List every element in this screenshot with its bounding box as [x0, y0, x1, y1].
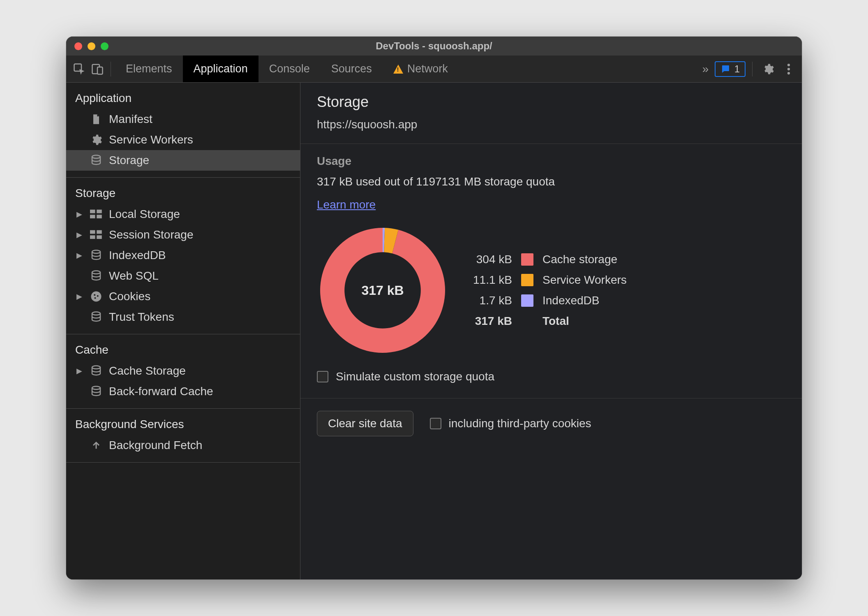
donut-center-label: 317 kB: [317, 225, 448, 356]
expand-arrow-icon: ▶: [75, 366, 83, 375]
sidebar-item-cookies[interactable]: ▶Cookies: [66, 286, 300, 307]
db-icon: [89, 269, 103, 283]
sidebar-item-label: Cookies: [109, 290, 150, 303]
db-icon: [89, 384, 103, 398]
sidebar-item-label: Service Workers: [109, 133, 193, 146]
sidebar-item-cache-storage[interactable]: ▶Cache Storage: [66, 361, 300, 381]
tab-label: Console: [269, 63, 310, 75]
svg-point-20: [95, 297, 96, 299]
settings-icon[interactable]: [759, 60, 777, 78]
svg-point-19: [97, 295, 99, 297]
usage-section: Usage 317 kB used out of 1197131 MB stor…: [300, 144, 802, 398]
sidebar-heading: Cache: [66, 340, 300, 361]
issues-count: 1: [734, 63, 740, 75]
db-icon: [89, 153, 103, 167]
sidebar-item-indexeddb[interactable]: ▶IndexedDB: [66, 245, 300, 266]
legend-label: Service Workers: [542, 273, 627, 287]
legend-label: IndexedDB: [542, 294, 627, 307]
svg-rect-13: [90, 235, 95, 239]
legend-swatch: [521, 274, 533, 286]
third-party-label: including third-party cookies: [449, 417, 591, 430]
inspect-element-icon[interactable]: [70, 60, 88, 78]
sidebar-heading: Background Services: [66, 415, 300, 435]
tab-sources[interactable]: Sources: [321, 56, 383, 82]
svg-rect-12: [97, 230, 102, 234]
sidebar-item-session-storage[interactable]: ▶Session Storage: [66, 225, 300, 245]
db-icon: [89, 364, 103, 378]
sidebar-item-storage[interactable]: Storage: [66, 150, 300, 171]
grid-icon: [89, 207, 103, 221]
usage-summary: 317 kB used out of 1197131 MB storage qu…: [317, 175, 785, 188]
tab-application[interactable]: Application: [183, 56, 259, 82]
kebab-menu-icon[interactable]: [780, 60, 798, 78]
db-icon: [89, 310, 103, 324]
legend: 304 kBCache storage11.1 kBService Worker…: [473, 253, 627, 328]
sidebar-item-local-storage[interactable]: ▶Local Storage: [66, 204, 300, 225]
chat-icon: [720, 64, 730, 74]
tab-network[interactable]: Network: [383, 56, 459, 82]
cookie-icon: [89, 289, 103, 303]
sidebar-item-service-workers[interactable]: Service Workers: [66, 130, 300, 150]
file-icon: [89, 112, 103, 126]
sidebar-item-label: Trust Tokens: [109, 310, 174, 324]
svg-point-3: [787, 63, 790, 66]
svg-rect-11: [90, 230, 95, 234]
window-zoom-button[interactable]: [101, 42, 108, 50]
simulate-row: Simulate custom storage quota: [317, 370, 785, 383]
sidebar-item-label: Background Fetch: [109, 439, 202, 452]
sidebar-item-label: Cache Storage: [109, 364, 186, 377]
sidebar-item-trust-tokens[interactable]: Trust Tokens: [66, 307, 300, 327]
sidebar-heading: Storage: [66, 183, 300, 204]
sidebar-item-background-fetch[interactable]: Background Fetch: [66, 435, 300, 456]
more-tabs-icon[interactable]: »: [697, 60, 715, 78]
simulate-quota-checkbox[interactable]: [317, 371, 328, 382]
svg-point-5: [787, 72, 790, 74]
svg-rect-14: [97, 235, 102, 239]
main-panel: Storage https://squoosh.app Usage 317 kB…: [300, 83, 802, 579]
sidebar-item-label: Manifest: [109, 113, 152, 126]
legend-swatch: [521, 294, 533, 307]
svg-rect-2: [97, 67, 103, 74]
svg-rect-8: [97, 210, 102, 213]
sidebar-item-manifest[interactable]: Manifest: [66, 109, 300, 130]
tab-elements[interactable]: Elements: [115, 56, 183, 82]
body: ApplicationManifestService WorkersStorag…: [66, 83, 802, 579]
device-toggle-icon[interactable]: [88, 60, 106, 78]
sidebar-section: Background ServicesBackground Fetch: [66, 409, 300, 463]
clear-site-data-button[interactable]: Clear site data: [317, 411, 413, 436]
toolbar: ElementsApplicationConsoleSourcesNetwork…: [66, 56, 802, 83]
learn-more-link[interactable]: Learn more: [317, 198, 376, 211]
window-minimize-button[interactable]: [88, 42, 95, 50]
svg-rect-9: [90, 215, 95, 218]
window-title: DevTools - squoosh.app/: [66, 40, 802, 52]
titlebar: DevTools - squoosh.app/: [66, 37, 802, 56]
sidebar-item-label: Storage: [109, 154, 149, 167]
tab-label: Sources: [331, 63, 372, 75]
db-icon: [89, 248, 103, 262]
svg-point-6: [92, 155, 100, 159]
legend-value: 317 kB: [473, 315, 512, 328]
window-close-button[interactable]: [74, 42, 82, 50]
third-party-checkbox[interactable]: [430, 418, 441, 429]
simulate-quota-label: Simulate custom storage quota: [336, 370, 494, 383]
svg-point-21: [92, 312, 100, 315]
sidebar-item-web-sql[interactable]: Web SQL: [66, 266, 300, 286]
issues-badge[interactable]: 1: [715, 61, 746, 77]
legend-label: Cache storage: [542, 253, 627, 266]
svg-point-15: [92, 250, 100, 254]
legend-value: 1.7 kB: [473, 294, 512, 307]
sidebar-item-back-forward-cache[interactable]: Back-forward Cache: [66, 381, 300, 402]
tab-console[interactable]: Console: [259, 56, 321, 82]
sidebar-item-label: Local Storage: [109, 208, 180, 221]
expand-arrow-icon: ▶: [75, 292, 83, 301]
legend-swatch: [521, 253, 533, 266]
sidebar-item-label: Web SQL: [109, 269, 159, 283]
legend-value: 11.1 kB: [473, 273, 512, 287]
svg-rect-7: [90, 210, 95, 213]
tabs: ElementsApplicationConsoleSourcesNetwork: [115, 56, 697, 82]
sidebar-item-label: Back-forward Cache: [109, 385, 213, 398]
sidebar: ApplicationManifestService WorkersStorag…: [66, 83, 300, 579]
toolbar-separator: [111, 62, 111, 76]
sidebar-section: ApplicationManifestService WorkersStorag…: [66, 83, 300, 178]
chart-row: 317 kB 304 kBCache storage11.1 kBService…: [317, 225, 785, 356]
